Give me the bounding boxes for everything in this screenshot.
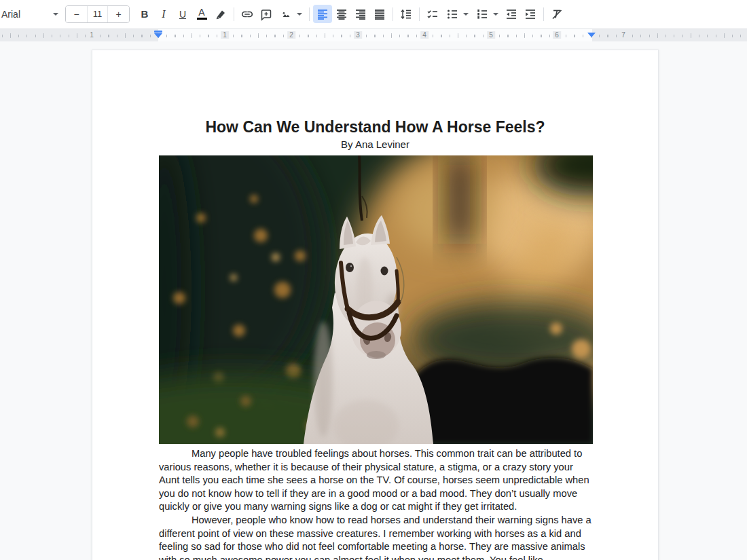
paragraph[interactable]: However, people who know how to read hor… — [159, 514, 593, 560]
ruler-number: 1 — [88, 31, 96, 39]
clear-formatting-button[interactable] — [547, 5, 566, 23]
bold-button[interactable]: B — [135, 5, 154, 23]
highlighter-icon — [214, 7, 227, 21]
decrease-indent-button[interactable] — [502, 5, 521, 23]
add-comment-button[interactable] — [257, 5, 276, 23]
align-left-icon — [316, 7, 329, 21]
font-size-control: − 11 + — [65, 5, 130, 23]
numbered-list-button[interactable] — [472, 5, 502, 23]
ruler-number: 5 — [487, 31, 495, 39]
underline-button[interactable]: U — [173, 5, 192, 23]
right-indent-marker[interactable] — [587, 33, 596, 37]
highlight-color-button[interactable] — [211, 5, 230, 23]
horse-photo — [159, 155, 593, 444]
bulleted-list-icon — [445, 7, 459, 21]
ruler-number: 4 — [420, 31, 429, 39]
chevron-down-icon — [53, 13, 58, 16]
toolbar: Arial − 11 + B I U A — [0, 0, 747, 29]
line-spacing-icon — [399, 7, 413, 21]
clear-formatting-icon — [550, 7, 564, 21]
toolbar-separator — [419, 7, 420, 21]
insert-image-button[interactable] — [276, 5, 306, 23]
paragraph[interactable]: Many people have troubled feelings about… — [159, 447, 593, 514]
ruler-number: 3 — [354, 31, 362, 39]
left-indent-marker[interactable] — [154, 31, 162, 38]
numbered-list-icon — [475, 7, 489, 21]
italic-button[interactable]: I — [154, 5, 173, 23]
insert-image-icon — [279, 7, 293, 21]
align-center-icon — [335, 7, 348, 21]
chevron-down-icon — [297, 13, 302, 16]
align-right-button[interactable] — [351, 5, 370, 23]
italic-icon: I — [162, 8, 165, 20]
increase-indent-button[interactable] — [521, 5, 540, 23]
decrease-indent-icon — [505, 7, 518, 21]
text-color-button[interactable]: A — [192, 5, 211, 23]
align-right-icon — [354, 7, 367, 21]
ruler-ticks — [0, 35, 747, 37]
link-icon — [240, 7, 254, 21]
document-image[interactable] — [159, 155, 593, 444]
align-justify-button[interactable] — [370, 5, 389, 23]
toolbar-separator — [543, 7, 544, 21]
font-family-select[interactable]: Arial — [0, 5, 64, 23]
ruler-number: 1 — [221, 31, 229, 39]
checklist-button[interactable] — [423, 5, 442, 23]
align-left-button[interactable] — [313, 5, 332, 23]
align-justify-icon — [373, 7, 386, 21]
ruler-number: 2 — [287, 31, 295, 39]
font-size-value[interactable]: 11 — [87, 6, 108, 22]
decrease-font-size-button[interactable]: − — [66, 6, 87, 22]
document-page[interactable]: How Can We Understand How A Horse Feels?… — [92, 50, 659, 560]
toolbar-separator — [393, 7, 393, 21]
increase-indent-icon — [524, 7, 537, 21]
ruler: 1 1 2 3 4 5 6 7 — [0, 29, 747, 41]
document-byline[interactable]: By Ana Leviner — [159, 138, 591, 151]
chevron-down-icon — [463, 13, 469, 16]
ruler-number: 6 — [553, 31, 561, 39]
ruler-number: 7 — [619, 31, 627, 39]
add-comment-icon — [259, 7, 273, 21]
insert-link-button[interactable] — [238, 5, 257, 23]
toolbar-separator — [309, 7, 310, 21]
toolbar-separator — [234, 7, 234, 21]
text-color-icon: A — [197, 8, 207, 20]
align-center-button[interactable] — [332, 5, 351, 23]
document-title[interactable]: How Can We Understand How A Horse Feels? — [159, 117, 591, 137]
chevron-down-icon — [493, 13, 498, 16]
increase-font-size-button[interactable]: + — [108, 6, 129, 22]
bulleted-list-button[interactable] — [442, 5, 472, 23]
checklist-icon — [426, 7, 439, 21]
underline-icon: U — [179, 9, 186, 20]
line-spacing-button[interactable] — [397, 5, 416, 23]
document-canvas: How Can We Understand How A Horse Feels?… — [0, 41, 747, 560]
font-family-value: Arial — [1, 9, 20, 20]
bold-icon: B — [141, 8, 149, 20]
